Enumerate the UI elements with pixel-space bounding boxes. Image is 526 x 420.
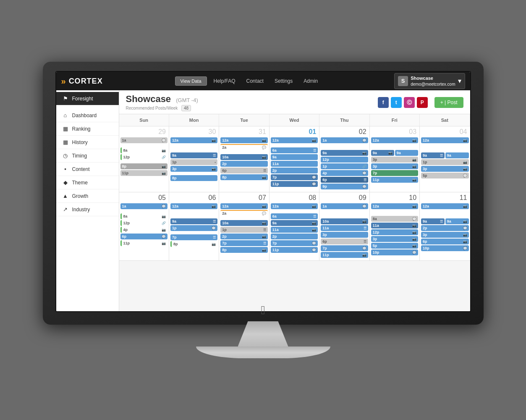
slot-08-11a[interactable]: 11a📷 — [271, 227, 318, 233]
facebook-icon[interactable]: f — [378, 97, 389, 108]
slot-03-9a-2[interactable]: 9a — [395, 150, 418, 156]
slot-30-1p[interactable]: 1p▪ — [170, 159, 217, 165]
slot-02-1p[interactable]: 1p🔗 — [321, 163, 368, 169]
sidebar-item-industry[interactable]: ↗ Industry — [56, 203, 119, 216]
slot-11-2p[interactable]: 2p💬 — [421, 225, 468, 231]
slot-09-1a[interactable]: 1a💬 — [321, 203, 368, 209]
slot-31-2p[interactable]: 2p — [220, 161, 267, 167]
slot-05-12p[interactable]: 12p🔗 — [120, 220, 167, 226]
slot-08-9a[interactable]: 9a📷 — [271, 220, 318, 226]
slot-30-12a[interactable]: 12a📷 — [170, 137, 217, 143]
slot-11-9a-1[interactable]: 9a☰ — [421, 218, 445, 224]
slot-03-7p[interactable]: 7p — [371, 170, 418, 176]
pinterest-icon[interactable]: P — [417, 97, 428, 108]
slot-10-12a[interactable]: 12a📷 — [371, 203, 418, 209]
slot-31-8p[interactable]: 8p📷 — [220, 174, 267, 180]
slot-04-3p[interactable]: 3p📷 — [421, 166, 468, 172]
view-data-button[interactable]: View Data — [175, 76, 207, 86]
slot-11-12a[interactable]: 12a📷 — [421, 203, 468, 209]
slot-07-1p[interactable]: 1p☰ — [220, 227, 267, 233]
slot-01-11p[interactable]: 11p💬 — [271, 181, 318, 187]
slot-07-7p[interactable]: 7p☰ — [220, 240, 267, 246]
slot-08-11p[interactable]: 11p💬 — [271, 247, 318, 253]
slot-04-12a[interactable]: 12a📷 — [421, 137, 468, 143]
slot-06-12a[interactable]: 12a📷 — [170, 203, 217, 209]
sidebar-item-growth[interactable]: ▲ Growth — [56, 189, 119, 203]
add-post-button[interactable]: + | Post — [434, 97, 463, 108]
slot-09-11p[interactable]: 11p📷 — [321, 252, 368, 258]
sidebar-item-content[interactable]: ▪ Content — [56, 163, 119, 176]
slot-11-6p[interactable]: 6p📷 — [421, 239, 468, 244]
slot-06-1p[interactable]: 1p💬 — [170, 225, 217, 231]
slot-10-3p[interactable]: 3p📷 — [371, 236, 418, 242]
slot-07-2a[interactable]: 2a💬 — [220, 210, 267, 216]
slot-03-9a-1[interactable]: 9a📷 — [371, 150, 394, 156]
sidebar-item-dashboard[interactable]: ⌂ Dashboard — [56, 109, 119, 122]
slot-04-1p[interactable]: 1p📷 — [421, 159, 468, 165]
slot-05-8a[interactable]: 8a📷 — [120, 213, 167, 219]
sidebar-item-history[interactable]: ▦ History — [56, 136, 119, 149]
slot-02-6p[interactable]: 6p☰ — [321, 177, 368, 183]
slot-01-7p[interactable]: 7p💬 — [271, 174, 318, 180]
slot-10-10p[interactable]: 10p💬 — [371, 249, 418, 255]
slot-01-2p[interactable]: 2p — [271, 168, 318, 173]
slot-03-11p[interactable]: 11p📷 — [371, 177, 418, 183]
slot-06-7p[interactable]: 7p☰ — [170, 234, 217, 240]
slot-08-6a[interactable]: 6a☰ — [271, 213, 318, 219]
slot-10-8a[interactable]: 8a💬 — [371, 216, 418, 222]
slot-09-6p[interactable]: 6p☰ — [321, 239, 368, 244]
slot-02-12p[interactable]: 12p — [321, 157, 368, 163]
slot-11-9a-2[interactable]: 9a📷 — [445, 218, 469, 224]
sidebar-item-foresight[interactable]: ⚑ Foresight — [56, 92, 119, 105]
sidebar-item-theme[interactable]: ◆ Theme — [56, 176, 119, 189]
sidebar-item-timing[interactable]: ◷ Timing — [56, 149, 119, 163]
slot-03-12a[interactable]: 12a📷 — [371, 137, 418, 143]
slot-01-11a[interactable]: 11a — [271, 161, 318, 167]
slot-02-9a[interactable]: 9a📷 — [321, 150, 368, 156]
slot-03-3p-2[interactable]: 3p📷 — [371, 163, 418, 169]
slot-29-12p[interactable]: 12p🔗 — [120, 154, 167, 160]
slot-11-10p[interactable]: 10p💬 — [421, 245, 468, 251]
slot-08-12a[interactable]: 12a📷 — [271, 203, 318, 209]
slot-05-6p[interactable]: 6p💬 — [120, 234, 167, 239]
slot-30-8p[interactable]: 8p — [170, 175, 217, 181]
slot-10-11a[interactable]: 11a📷 — [371, 223, 418, 228]
slot-30-9a[interactable]: 9a☰ — [170, 152, 217, 158]
instagram-icon[interactable]: Ⓒ — [404, 97, 415, 108]
slot-07-10a[interactable]: 10a📷 — [220, 220, 267, 226]
slot-10-5p[interactable]: 5p📷 — [371, 243, 418, 249]
slot-08-7p[interactable]: 7p💬 — [271, 240, 318, 246]
slot-02-4p[interactable]: 4p💬 — [321, 170, 368, 176]
slot-04-5p[interactable]: 5p💬 — [421, 173, 468, 178]
slot-29-11p[interactable]: 11p📷 — [120, 170, 167, 176]
slot-08-2p[interactable]: 2p — [271, 234, 318, 239]
settings-link[interactable]: Settings — [270, 76, 297, 86]
slot-05-1a[interactable]: 1a💬 — [120, 203, 167, 209]
slot-09-7p[interactable]: 7p💬 — [321, 245, 368, 251]
slot-04-9a-1[interactable]: 9a☰ — [421, 152, 445, 158]
slot-30-3p[interactable]: 3p📷 — [170, 166, 217, 172]
dropdown-icon[interactable]: ▾ — [458, 77, 461, 85]
slot-29-8p[interactable]: 8p📷 — [120, 163, 167, 169]
sidebar-item-ranking[interactable]: ▦ Ranking — [56, 122, 119, 136]
twitter-icon[interactable]: t — [391, 97, 402, 108]
slot-09-3p[interactable]: 3p — [321, 232, 368, 238]
slot-07-2p[interactable]: 2p📷 — [220, 234, 267, 239]
slot-02-1a[interactable]: 1a💬 — [321, 137, 368, 143]
slot-01-12a[interactable]: 12a📷 — [271, 137, 318, 143]
slot-01-6a[interactable]: 6a☰ — [271, 147, 318, 153]
slot-04-9a-2[interactable]: 9a — [445, 152, 469, 158]
slot-01-9a[interactable]: 9a — [271, 154, 318, 160]
slot-07-12a[interactable]: 12a📷 — [220, 203, 267, 209]
slot-31-2a[interactable]: 2a💬 — [220, 144, 267, 150]
slot-10-12p[interactable]: 12p📷 — [371, 229, 418, 235]
slot-09-10a[interactable]: 10a📷 — [321, 218, 368, 224]
slot-09-11a[interactable]: 11a☰ — [321, 225, 368, 231]
slot-29-8a[interactable]: 8a📷 — [120, 147, 167, 153]
slot-06-8p[interactable]: 8p📷 — [170, 241, 217, 247]
slot-06-9a[interactable]: 9a☰ — [170, 218, 217, 224]
help-faq-link[interactable]: Help/FAQ — [209, 76, 240, 86]
slot-03-3p[interactable]: 3p📷 — [371, 157, 418, 163]
slot-05-11p[interactable]: 11p📷 — [120, 240, 167, 246]
slot-11-3p[interactable]: 3p📷 — [421, 232, 468, 238]
